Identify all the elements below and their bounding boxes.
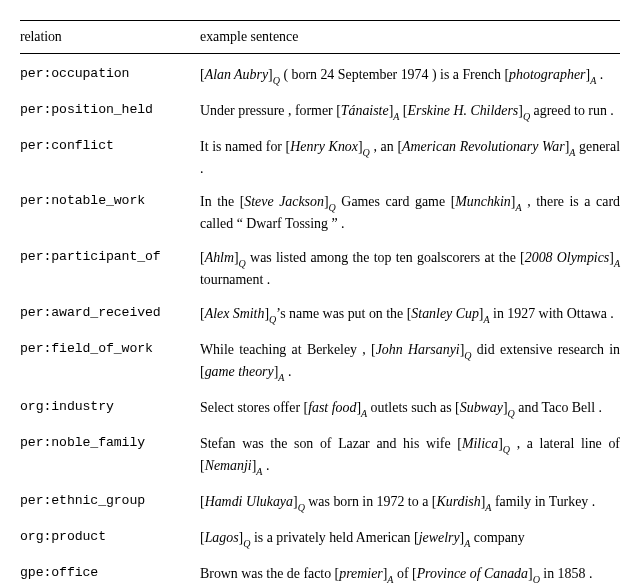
entity-span: fast food: [308, 400, 356, 415]
entity-span: Erskine H. Childers: [408, 103, 519, 118]
example-cell: [Lagos]Q is a privately held American [j…: [200, 528, 620, 550]
entity-span: Alex Smith: [205, 306, 265, 321]
relation-cell: org:product: [20, 528, 200, 550]
entity-subscript: A: [278, 372, 284, 383]
example-cell: In the [Steve Jackson]Q Games card game …: [200, 192, 620, 234]
entity-span: game theory: [205, 364, 274, 379]
entity-subscript: A: [393, 111, 399, 122]
entity-span: Henry Knox: [290, 139, 358, 154]
relation-cell: per:position_held: [20, 101, 200, 123]
table-row: org:product[Lagos]Q is a privately held …: [20, 524, 620, 560]
example-cell: Stefan was the son of Lazar and his wife…: [200, 434, 620, 478]
entity-span: Stanley Cup: [411, 306, 479, 321]
entity-span: Steve Jackson: [244, 194, 324, 209]
table-row: org:industrySelect stores offer [fast fo…: [20, 394, 620, 430]
table-row: per:participant_of[Ahlm]Q was listed amo…: [20, 244, 620, 300]
entity-subscript: Q: [269, 314, 276, 325]
entity-span: Alan Aubry: [205, 67, 268, 82]
example-cell: Under pressure , former [Tánaiste]A [Ers…: [200, 101, 620, 123]
entity-span: Province of Canada: [417, 566, 528, 581]
relation-cell: per:field_of_work: [20, 340, 200, 384]
entity-subscript: A: [515, 202, 521, 213]
relation-cell: per:noble_family: [20, 434, 200, 478]
table-row: per:award_received[Alex Smith]Q’s name w…: [20, 300, 620, 336]
entity-span: photographer: [509, 67, 585, 82]
entity-subscript: Q: [508, 408, 515, 419]
entity-subscript: Q: [464, 350, 471, 361]
entity-subscript: A: [387, 574, 393, 583]
entity-span: Tánaiste: [341, 103, 389, 118]
entity-subscript: Q: [363, 147, 370, 158]
entity-span: Subway: [460, 400, 503, 415]
entity-subscript: A: [569, 147, 575, 158]
entity-subscript: A: [464, 538, 470, 549]
entity-subscript: A: [590, 75, 596, 86]
entity-subscript: Q: [273, 75, 280, 86]
entity-subscript: A: [614, 258, 620, 269]
entity-span: Munchkin: [455, 194, 511, 209]
example-cell: [Alex Smith]Q’s name was put on the [Sta…: [200, 304, 620, 326]
entity-subscript: Q: [243, 538, 250, 549]
example-cell: [Ahlm]Q was listed among the top ten goa…: [200, 248, 620, 290]
table-row: per:ethnic_group[Hamdi Ulukaya]Q was bor…: [20, 488, 620, 524]
relation-cell: per:notable_work: [20, 192, 200, 234]
entity-span: Lagos: [205, 530, 239, 545]
table-row: per:field_of_workWhile teaching at Berke…: [20, 336, 620, 394]
table-row: per:noble_familyStefan was the son of La…: [20, 430, 620, 488]
table-row: gpe:officeBrown was the de facto [premie…: [20, 560, 620, 583]
entity-span: Hamdi Ulukaya: [205, 494, 293, 509]
example-cell: While teaching at Berkeley , [John Harsa…: [200, 340, 620, 384]
example-cell: [Hamdi Ulukaya]Q was born in 1972 to a […: [200, 492, 620, 514]
entity-span: American Revolutionary War: [402, 139, 565, 154]
entity-span: Nemanji: [205, 458, 252, 473]
entity-span: Milica: [462, 436, 498, 451]
table-body: per:occupation[Alan Aubry]Q ( born 24 Se…: [20, 54, 620, 583]
relation-cell: gpe:office: [20, 564, 200, 583]
entity-subscript: Q: [533, 574, 540, 583]
entity-subscript: Q: [503, 444, 510, 455]
entity-span: Ahlm: [205, 250, 234, 265]
example-cell: [Alan Aubry]Q ( born 24 September 1974 )…: [200, 65, 620, 87]
table-header-row: relation example sentence: [20, 21, 620, 53]
entity-subscript: A: [256, 466, 262, 477]
example-cell: Select stores offer [fast food]A outlets…: [200, 398, 620, 420]
relation-cell: per:participant_of: [20, 248, 200, 290]
table-row: per:conflictIt is named for [Henry Knox]…: [20, 133, 620, 189]
relation-cell: per:ethnic_group: [20, 492, 200, 514]
header-example: example sentence: [200, 27, 620, 47]
example-cell: Brown was the de facto [premier]A of [Pr…: [200, 564, 620, 583]
entity-subscript: Q: [298, 502, 305, 513]
relation-cell: per:award_received: [20, 304, 200, 326]
entity-subscript: A: [484, 314, 490, 325]
table-row: per:notable_workIn the [Steve Jackson]Q …: [20, 188, 620, 244]
entity-span: 2008 Olympics: [525, 250, 610, 265]
entity-span: jewelry: [419, 530, 460, 545]
relation-cell: per:conflict: [20, 137, 200, 179]
header-relation: relation: [20, 27, 200, 47]
entity-span: premier: [339, 566, 382, 581]
entity-span: Kurdish: [436, 494, 480, 509]
table-row: per:occupation[Alan Aubry]Q ( born 24 Se…: [20, 61, 620, 97]
entity-span: John Harsanyi: [376, 342, 460, 357]
relation-cell: org:industry: [20, 398, 200, 420]
table-row: per:position_heldUnder pressure , former…: [20, 97, 620, 133]
relation-examples-table: relation example sentence per:occupation…: [20, 20, 620, 583]
entity-subscript: Q: [523, 111, 530, 122]
entity-subscript: A: [361, 408, 367, 419]
entity-subscript: A: [485, 502, 491, 513]
entity-subscript: Q: [239, 258, 246, 269]
example-cell: It is named for [Henry Knox]Q , an [Amer…: [200, 137, 620, 179]
relation-cell: per:occupation: [20, 65, 200, 87]
entity-subscript: Q: [329, 202, 336, 213]
